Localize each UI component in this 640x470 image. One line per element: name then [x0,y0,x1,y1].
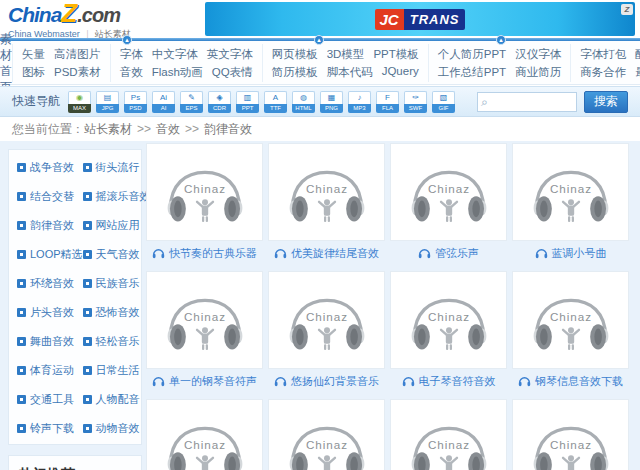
nav-link[interactable]: 英文字体 [207,47,253,62]
sound-title-link[interactable]: 优美旋律结尾音效 [268,243,385,263]
nav-link[interactable]: 脚本代码 [327,65,373,80]
nav-home-link[interactable]: 素材 首页 [0,31,12,95]
sound-title-link[interactable]: 单一的钢琴音符声 [146,371,263,391]
sidebar-category-link[interactable]: 片头音效 [17,305,83,320]
nav-link[interactable]: 个人简历PPT [438,47,506,62]
format-icon-gif[interactable]: ▧GIF [432,91,455,113]
search-input[interactable] [490,96,570,108]
format-icon-psd[interactable]: PsPSD [124,91,147,113]
file-type-label: EPS [180,104,203,113]
format-icon-eps[interactable]: ✎EPS [180,91,203,113]
nav-link[interactable]: 简历模板 [272,65,318,80]
sidebar-category-link[interactable]: 人物配音 [83,392,151,407]
sound-title-link[interactable]: 悠扬仙幻背景音乐 [268,371,385,391]
nav-dot-icon: ▲ [122,35,132,45]
file-type-glyph-icon: F [376,91,399,104]
nav-link[interactable]: 商务合作 [580,65,626,80]
sound-title-link[interactable]: 蓝调小号曲 [512,243,629,263]
sidebar-category-link[interactable]: 韵律音效 [17,218,83,233]
sound-title-link[interactable]: 电子琴音符音效 [390,371,507,391]
sidebar-category-link[interactable]: 结合交替 [17,189,83,204]
format-icon-jpg[interactable]: ▤JPG [96,91,119,113]
nav-link[interactable]: QQ表情 [212,65,253,80]
sound-thumbnail[interactable]: Chinaz [268,143,385,241]
breadcrumb-link[interactable]: 站长素材 [84,122,132,136]
nav-link[interactable]: 酷站欣赏 [635,47,640,62]
format-icon-cdr[interactable]: ◈CDR [208,91,231,113]
breadcrumb-link[interactable]: 韵律音效 [204,122,252,136]
ad-close-icon[interactable]: Z [621,4,633,15]
format-icon-ppt[interactable]: ▥PPT [236,91,259,113]
sidebar-category-link[interactable]: 动物音效 [83,421,151,436]
sidebar-category-link[interactable]: 天气音效 [83,247,151,262]
sound-thumbnail[interactable]: Chinaz [390,271,507,369]
format-icon-html[interactable]: ◍HTML [292,91,315,113]
search-box[interactable]: ⌕ [477,92,577,112]
nav-link[interactable]: 字体 [120,47,143,62]
ad-banner[interactable]: JC TRANS Z [205,2,635,36]
nav-link[interactable]: 网页模板 [272,47,318,62]
sound-thumbnail[interactable]: Chinaz [146,271,263,369]
sidebar-category-link[interactable]: 舞曲音效 [17,334,83,349]
nav-link[interactable]: 最新更新 [635,65,640,80]
sound-title-link[interactable]: 钢琴信息音效下载 [512,371,629,391]
nav-link[interactable]: 音效 [120,65,143,80]
nav-link[interactable]: 高清图片 [54,47,100,62]
nav-group: 网页模板3D模型PPT模板简历模板脚本代码JQuery [262,44,428,82]
nav-link[interactable]: 3D模型 [327,47,365,62]
sound-thumbnail[interactable]: Chinaz [512,143,629,241]
nav-link[interactable]: 字体打包 [580,47,626,62]
sound-thumbnail[interactable]: Chinaz [268,271,385,369]
sidebar-category-link[interactable]: 交通工具 [17,392,83,407]
sound-thumbnail[interactable]: Chinaz [146,143,263,241]
search-button[interactable]: 搜索 [584,91,628,113]
sidebar-category-link[interactable]: 体育运动 [17,363,83,378]
sidebar-category-link[interactable]: 网站应用 [83,218,151,233]
format-icon-png[interactable]: ▦PNG [320,91,343,113]
nav-link[interactable]: PSD素材 [54,65,101,80]
sound-title-link[interactable]: 管弦乐声 [390,243,507,263]
sound-thumbnail[interactable]: Chinaz [146,399,263,470]
sidebar-category-link[interactable]: 铃声下载 [17,421,83,436]
format-icon-max[interactable]: ◉MAX [68,91,91,113]
sound-thumbnail[interactable]: Chinaz [512,271,629,369]
logo-z-icon: Z [61,0,77,28]
sound-thumbnail[interactable]: Chinaz [390,399,507,470]
nav-link[interactable]: 工作总结PPT [438,65,506,80]
nav-link[interactable]: Flash动画 [152,65,203,80]
sidebar-category-link[interactable]: 日常生活 [83,363,151,378]
sound-thumbnail[interactable]: Chinaz [390,143,507,241]
nav-link[interactable]: JQuery [382,65,419,80]
sound-item: Chinaz [512,399,629,470]
sidebar-category-link[interactable]: 战争音效 [17,160,83,175]
sidebar-category-link[interactable]: 环绕音效 [17,276,83,291]
nav-link[interactable]: 商业简历 [515,65,561,80]
sound-thumbnail[interactable]: Chinaz [512,399,629,470]
site-logo[interactable]: ChinaZ.com China Webmaster｜站长素材 [8,2,198,41]
quick-nav-bar: 快速导航 ◉MAX▤JPGPsPSDAiAI✎EPS◈CDR▥PPTATTF◍H… [0,86,640,117]
sidebar-category-link[interactable]: LOOP精选 [17,247,83,262]
nav-link[interactable]: PPT模板 [373,47,418,62]
format-icon-mp3[interactable]: ♪MP3 [348,91,371,113]
sidebar-category-link[interactable]: 恐怖音效 [83,305,151,320]
nav-link[interactable]: 汉仪字体 [515,47,561,62]
sidebar-category-link[interactable]: 民族音乐 [83,276,151,291]
nav-link[interactable]: 图标 [22,65,45,80]
sound-thumbnail[interactable]: Chinaz [268,399,385,470]
file-type-glyph-icon: ▧ [432,91,455,104]
headphones-image: Chinaz [158,149,252,235]
sidebar-category-link[interactable]: 摇滚乐音效 [83,189,151,204]
breadcrumb-link[interactable]: 音效 [156,122,180,136]
sidebar-category-link[interactable]: 轻松音乐 [83,334,151,349]
sidebar-category-link[interactable]: 街头流行 [83,160,151,175]
headphone-icon [274,375,287,387]
headphones-image: Chinaz [158,405,252,470]
sound-title-link[interactable]: 快节奏的古典乐器 [146,243,263,263]
format-icon-fla[interactable]: FFLA [376,91,399,113]
format-icon-ai[interactable]: AiAI [152,91,175,113]
format-icon-ttf[interactable]: ATTF [264,91,287,113]
nav-link[interactable]: 矢量 [22,47,45,62]
nav-link[interactable]: 中文字体 [152,47,198,62]
sound-item: Chinaz 优美旋律结尾音效 [268,143,385,263]
format-icon-swf[interactable]: ✑SWF [404,91,427,113]
